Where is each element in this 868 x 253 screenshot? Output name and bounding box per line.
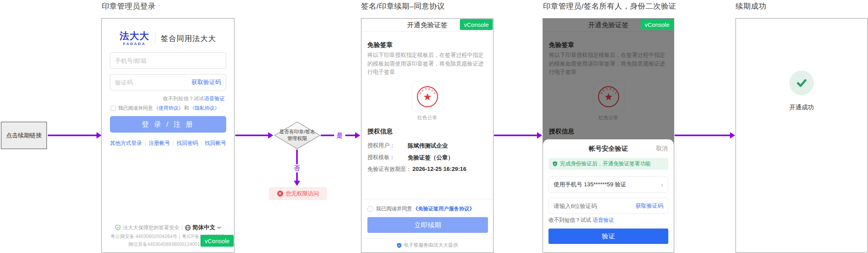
- sms-hint-row: 收不到短信？试试语音验证: [163, 95, 225, 102]
- error-circle-x-icon: ✕: [277, 191, 283, 197]
- arrowhead: [294, 181, 300, 186]
- other-login-link[interactable]: 其他方式登录: [110, 140, 142, 147]
- security-text: 法大大保障您的签署安全: [123, 224, 180, 231]
- code-input-box: 获取验证码: [548, 198, 668, 214]
- entry-node: 点击续期链接: [1, 122, 47, 149]
- globe-icon: [185, 225, 191, 231]
- vconsole-button[interactable]: vConsole: [200, 235, 234, 247]
- recover-account-link[interactable]: 找回帐号: [205, 140, 226, 147]
- screen4-title: 续期成功: [736, 1, 766, 11]
- security-verify-sheet: 帐号安全验证 取消 完成身份验证后，开通免验证签署功能 使用手机号 135***…: [543, 139, 674, 252]
- decision-text: 是否有印章/签名 管理权限: [274, 122, 320, 149]
- security-footer: 法大大保障您的签署安全 简体中文: [102, 224, 234, 231]
- agreement-row: 我已阅读并同意 《使用协议》 和 《隐私协议》: [111, 105, 219, 112]
- chevron-right-icon: ›: [661, 181, 663, 188]
- phone-input[interactable]: [115, 57, 221, 64]
- code-input[interactable]: [115, 79, 191, 86]
- forgot-password-link[interactable]: 找回密码: [177, 140, 198, 147]
- privacy-agreement-link[interactable]: 《隐私协议》: [190, 105, 219, 112]
- auth-row-user: 授权用户： 陈斌伟测试企业: [367, 142, 487, 150]
- seal-caption: 红色公章: [361, 114, 493, 121]
- arrowhead: [268, 132, 273, 139]
- arrow-entry-to-login: [48, 135, 96, 136]
- no-access-node: ✕ 您无权限访问: [269, 187, 327, 200]
- screen-login: 法大大 FADADA 签合同用法大大 获取验证码 收不到短信？试试语音验证 我已…: [101, 18, 234, 253]
- footer-divider: [182, 225, 182, 231]
- page-header-title: 开通免验证签: [407, 21, 448, 30]
- auth-row-expiry: 免验证有效期至： 2026-12-25 16:29:16: [367, 166, 487, 173]
- agree-prefix-text: 我已阅读并同意: [376, 205, 412, 212]
- screen2-title: 签名/印章续期–同意协议: [361, 1, 445, 11]
- language-label: 简体中文: [193, 224, 216, 231]
- service-agreement-link[interactable]: 《免验证签用户服务协议》: [413, 205, 475, 212]
- sms-hint-text: 收不到短信？试试: [548, 217, 591, 223]
- vconsole-button[interactable]: vConsole: [641, 19, 673, 30]
- logo-tagline: 签合同用法大大: [161, 34, 216, 44]
- arrow-login-to-decision: [235, 135, 268, 136]
- screen3-title: 印章管理员/签名所有人，身份二次验证: [543, 1, 676, 11]
- svg-text:斌: 斌: [421, 89, 424, 92]
- vconsole-button[interactable]: vConsole: [460, 19, 493, 30]
- language-selector[interactable]: 简体中文: [185, 224, 221, 231]
- cancel-button[interactable]: 取消: [656, 145, 668, 152]
- logo-divider: [155, 33, 155, 45]
- decision-line2: 管理权限: [287, 135, 307, 142]
- phone-verify-method-row[interactable]: 使用手机号 135******59 验证 ›: [548, 176, 668, 193]
- logo-en-text: FADADA: [120, 41, 149, 46]
- sms-hint-text: 收不到短信？试试: [163, 96, 204, 101]
- svg-text:测: 测: [427, 88, 430, 91]
- arrow-verify-to-success: [675, 135, 730, 136]
- and-text: 和: [184, 105, 189, 112]
- screen1-title: 印章管理员登录: [102, 1, 156, 11]
- login-register-button[interactable]: 登 录 / 注 册: [110, 116, 226, 133]
- auth-row-label: 授权用户：: [367, 142, 408, 150]
- auth-info-title: 授权信息: [367, 127, 393, 136]
- agree-radio[interactable]: [367, 206, 373, 212]
- renew-now-button[interactable]: 立即续期: [367, 217, 488, 233]
- agree-prefix-text: 我已阅读并同意: [118, 105, 153, 112]
- svg-text:伟: 伟: [424, 88, 427, 90]
- verify-code-input[interactable]: [554, 203, 635, 209]
- arrowhead: [730, 132, 735, 139]
- auth-row-label: 授权模板：: [367, 154, 408, 161]
- provider-text: 电子签服务由法大大提供: [404, 242, 458, 249]
- register-account-link[interactable]: 注册帐号: [149, 140, 170, 147]
- usage-agreement-link[interactable]: 《使用协议》: [154, 105, 183, 112]
- no-access-text: 您无权限访问: [286, 190, 319, 197]
- sms-hint-row: 收不到短信？试试 语音验证: [548, 217, 614, 224]
- link-divider: [201, 141, 202, 146]
- auth-row-label: 免验证有效期至：: [367, 166, 412, 173]
- login-links-row: 其他方式登录 注册帐号 找回密码 找回帐号: [110, 140, 226, 147]
- screen-renew-agreement: 开通免验证签 vConsole 免验签章 将以下印章授权指定模板后，在签署过程中…: [361, 18, 494, 253]
- screen-identity-verify: 开通免验证签 免验签章 将以下印章授权指定模板后，在签署过程中指定的模板如需使用…: [543, 18, 674, 253]
- svg-text:试: 试: [431, 89, 434, 92]
- get-code-link[interactable]: 获取验证码: [635, 202, 663, 210]
- banner-text: 完成身份验证后，开通免验证签署功能: [560, 160, 651, 167]
- link-divider: [173, 141, 174, 146]
- section-description: 将以下印章授权指定模板后，在签署过程中指定的模板如需使用该印章签署，将免除意愿验…: [367, 51, 487, 77]
- auth-row-value: 免验证签（公章）: [408, 154, 454, 161]
- phone-verify-text: 使用手机号 135******59 验证: [554, 181, 626, 188]
- voice-verify-link[interactable]: 语音验证: [204, 96, 225, 101]
- verify-button[interactable]: 验证: [548, 229, 668, 244]
- svg-text:陈: 陈: [419, 92, 422, 95]
- verify-info-banner: 完成身份验证后，开通免验证签署功能: [548, 158, 668, 170]
- voice-verify-link[interactable]: 语音验证: [593, 217, 614, 223]
- brand-header: 法大大 FADADA 签合同用法大大: [102, 31, 234, 46]
- seal-preview-box: 陈 斌 伟 测 试 企: [412, 81, 443, 112]
- section-title: 免验签章: [367, 41, 393, 49]
- blue-shield-icon: [397, 243, 402, 248]
- arrowhead: [537, 132, 542, 139]
- arrow-renew-to-verify: [494, 135, 537, 136]
- entry-node-label: 点击续期链接: [6, 132, 42, 139]
- company-seal-icon: 陈 斌 伟 测 试 企: [416, 85, 439, 109]
- get-code-link[interactable]: 获取验证码: [191, 79, 221, 86]
- auth-row-value: 2026-12-25 16:29:16: [412, 166, 466, 173]
- decision-diamond: 是否有印章/签名 管理权限: [274, 122, 320, 149]
- agree-checkbox[interactable]: [111, 106, 116, 111]
- logo-cn-text: 法大大: [120, 31, 149, 41]
- success-text: 开通成功: [736, 103, 867, 112]
- sheet-title: 帐号安全验证: [543, 144, 674, 153]
- svg-text:企: 企: [433, 92, 436, 95]
- no-branch-label: 否: [291, 164, 303, 172]
